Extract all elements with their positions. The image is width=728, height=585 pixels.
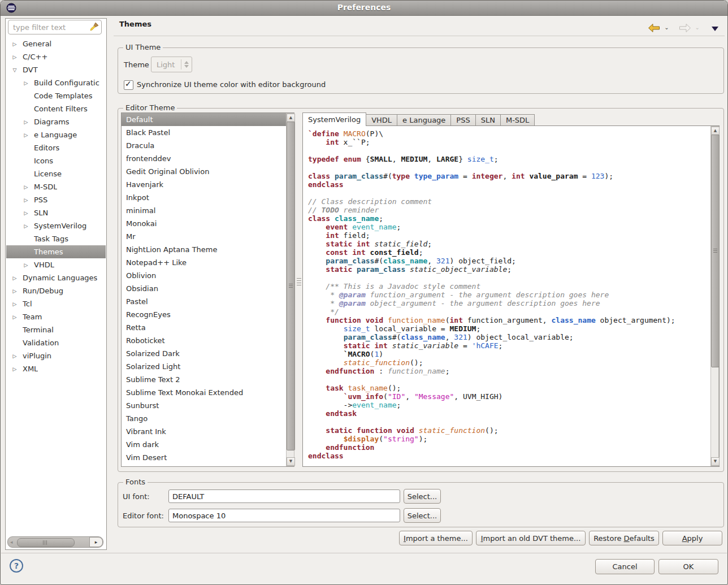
ok-button[interactable]: OK	[658, 559, 718, 574]
ui-font-select-button[interactable]: Select...	[404, 489, 441, 504]
theme-item-notepad-like[interactable]: Notepad++ Like	[122, 256, 294, 269]
sidebar-item-run-debug[interactable]: ▷Run/Debug	[6, 284, 106, 297]
tab-sln[interactable]: SLN	[476, 114, 501, 126]
theme-item-tango[interactable]: Tango	[122, 412, 294, 425]
theme-item-solarized-dark[interactable]: Solarized Dark	[122, 347, 294, 360]
sidebar-item-content-filters[interactable]: Content Filters	[6, 102, 106, 115]
tab-systemverilog[interactable]: SystemVerilog	[302, 112, 366, 126]
splitter-grip-icon[interactable]	[297, 278, 301, 287]
scroll-down-arrow-icon[interactable]: ▼	[287, 457, 295, 466]
sidebar-item-sln[interactable]: ▷SLN	[6, 206, 106, 219]
theme-item-retta[interactable]: Retta	[122, 321, 294, 334]
tree-collapsed-arrow-icon[interactable]: ▷	[11, 288, 19, 294]
editor-font-select-button[interactable]: Select...	[404, 508, 441, 523]
tree-collapsed-arrow-icon[interactable]: ▷	[11, 275, 19, 281]
theme-item-mr[interactable]: Mr	[122, 230, 294, 243]
tree-collapsed-arrow-icon[interactable]: ▷	[22, 184, 30, 190]
tree-collapsed-arrow-icon[interactable]: ▷	[11, 54, 19, 60]
theme-item-sublime-text-2[interactable]: Sublime Text 2	[122, 373, 294, 386]
sidebar-item-editors[interactable]: Editors	[6, 141, 106, 154]
theme-item-roboticket[interactable]: Roboticket	[122, 334, 294, 347]
sidebar-item-themes[interactable]: Themes	[6, 245, 106, 258]
tab-pss[interactable]: PSS	[451, 114, 475, 126]
theme-item-nightlion-aptana-theme[interactable]: NightLion Aptana Theme	[122, 243, 294, 256]
tree-collapsed-arrow-icon[interactable]: ▷	[22, 262, 30, 268]
theme-item-sublime-text-monokai-extended[interactable]: Sublime Text Monokai Extended	[122, 386, 294, 399]
forward-history-chevron-icon[interactable]: ⌄	[695, 25, 700, 31]
view-menu-icon[interactable]	[712, 27, 718, 34]
sidebar-item-diagrams[interactable]: ▷Diagrams	[6, 115, 106, 128]
theme-item-frontenddev[interactable]: frontenddev	[122, 152, 294, 165]
theme-item-pastel[interactable]: Pastel	[122, 295, 294, 308]
theme-select[interactable]: Light	[151, 57, 192, 72]
tree-collapsed-arrow-icon[interactable]: ▷	[22, 80, 30, 86]
tree-expanded-arrow-icon[interactable]: ▽	[11, 67, 19, 73]
sidebar-hscroll-thumb[interactable]	[17, 538, 75, 547]
theme-item-default[interactable]: Default	[122, 113, 294, 126]
theme-item-oblivion[interactable]: Oblivion	[122, 269, 294, 282]
theme-item-dracula[interactable]: Dracula	[122, 139, 294, 152]
forward-arrow-icon[interactable]	[679, 23, 691, 33]
tree-collapsed-arrow-icon[interactable]: ▷	[22, 119, 30, 125]
theme-item-vibrant-ink[interactable]: Vibrant Ink	[122, 425, 294, 438]
sidebar-item-pss[interactable]: ▷PSS	[6, 193, 106, 206]
clear-filter-brush-icon[interactable]	[90, 22, 99, 31]
tab-vhdl[interactable]: VHDL	[366, 114, 397, 126]
scroll-up-arrow-icon[interactable]: ▲	[711, 127, 720, 135]
tree-collapsed-arrow-icon[interactable]: ▷	[22, 132, 30, 138]
scroll-left-arrow-icon[interactable]: ◂	[10, 538, 13, 547]
tree-collapsed-arrow-icon[interactable]: ▷	[22, 210, 30, 216]
theme-item-vim-desert[interactable]: Vim Desert	[122, 451, 294, 464]
theme-list-scroll-thumb[interactable]	[287, 122, 295, 450]
theme-item-gedit-original-oblivion[interactable]: Gedit Original Oblivion	[122, 165, 294, 178]
tree-collapsed-arrow-icon[interactable]: ▷	[11, 353, 19, 359]
sidebar-item-tcl[interactable]: ▷Tcl	[6, 297, 106, 310]
tree-collapsed-arrow-icon[interactable]: ▷	[11, 366, 19, 372]
ui-font-input[interactable]	[168, 489, 400, 503]
theme-item-black-pastel[interactable]: Black Pastel	[122, 126, 294, 139]
sidebar-item-xml[interactable]: ▷XML	[6, 362, 106, 375]
titlebar[interactable]: Preferences	[1, 1, 727, 16]
sidebar-item-general[interactable]: ▷General	[6, 37, 106, 50]
tree-collapsed-arrow-icon[interactable]: ▷	[22, 197, 30, 203]
cancel-button[interactable]: Cancel	[595, 559, 655, 574]
back-arrow-icon[interactable]	[648, 23, 660, 33]
import-old-theme-button[interactable]: Import an old DVT theme...	[476, 531, 586, 545]
editor-font-input[interactable]	[168, 509, 400, 522]
sync-theme-checkbox[interactable]	[124, 80, 133, 90]
theme-item-inkpot[interactable]: Inkpot	[122, 191, 294, 204]
theme-list-scrollbar[interactable]: ▲ ▼	[286, 113, 294, 466]
restore-defaults-button[interactable]: Restore Defaults	[589, 531, 659, 545]
sidebar-item-team[interactable]: ▷Team	[6, 310, 106, 323]
sidebar-item-build-configuratic[interactable]: ▷Build Configuratic	[6, 76, 106, 89]
scroll-up-arrow-icon[interactable]: ▲	[287, 114, 295, 122]
apply-button[interactable]: Apply	[662, 531, 722, 545]
theme-item-sunburst[interactable]: Sunburst	[122, 399, 294, 412]
sidebar-item-icons[interactable]: Icons	[6, 154, 106, 167]
editor-scroll-thumb[interactable]	[711, 135, 720, 367]
tree-collapsed-arrow-icon[interactable]: ▷	[11, 314, 19, 320]
sidebar-item-m-sdl[interactable]: ▷M-SDL	[6, 180, 106, 193]
theme-item-obsidian[interactable]: Obsidian	[122, 282, 294, 295]
tree-collapsed-arrow-icon[interactable]: ▷	[11, 301, 19, 307]
sidebar-item-vhdl[interactable]: ▷VHDL	[6, 258, 106, 271]
sidebar-item-code-templates[interactable]: Code Templates	[6, 89, 106, 102]
sidebar-item-task-tags[interactable]: Task Tags	[6, 232, 106, 245]
sidebar-item-c-c[interactable]: ▷C/C++	[6, 50, 106, 63]
help-button[interactable]: ?	[10, 559, 23, 573]
sidebar-item-validation[interactable]: Validation	[6, 336, 106, 349]
sidebar-item-e-language[interactable]: ▷e Language	[6, 128, 106, 141]
theme-item-solarized-light[interactable]: Solarized Light	[122, 360, 294, 373]
import-theme-button[interactable]: Import a theme...	[399, 531, 473, 545]
theme-preview-editor[interactable]: `define MACRO(P)\ int x_``P;typedef enum…	[302, 125, 720, 467]
back-history-chevron-icon[interactable]: ⌄	[664, 25, 669, 31]
tree-collapsed-arrow-icon[interactable]: ▷	[22, 223, 30, 229]
scroll-right-arrow-icon[interactable]: ▸	[89, 537, 103, 547]
sidebar-item-dvt[interactable]: ▽DVT	[6, 63, 106, 76]
filter-input[interactable]	[12, 21, 88, 33]
theme-item-recogneyes[interactable]: RecognEyes	[122, 308, 294, 321]
sidebar-item-license[interactable]: License	[6, 167, 106, 180]
tab-e-language[interactable]: e Language	[397, 114, 451, 126]
tab-m-sdl[interactable]: M-SDL	[501, 114, 535, 126]
filter-field[interactable]	[8, 20, 102, 34]
